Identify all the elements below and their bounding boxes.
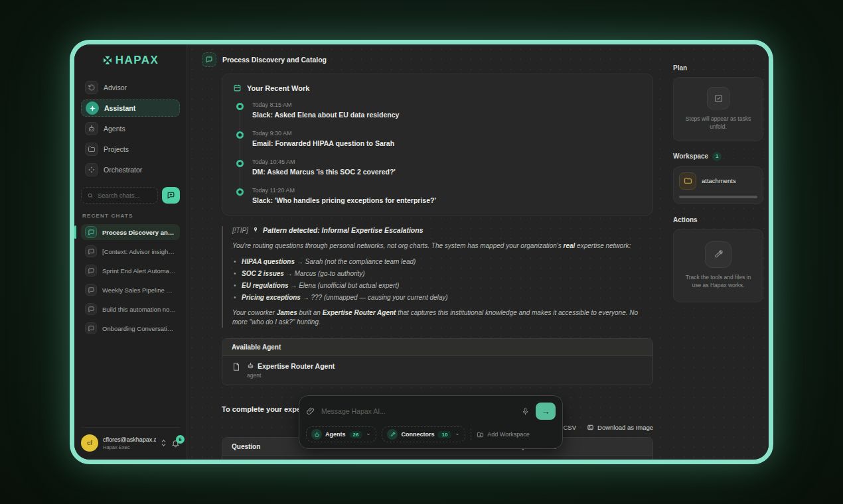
paperclip-icon[interactable]	[306, 407, 315, 416]
timeline-text: Slack: Asked Elena about EU data residen…	[252, 111, 642, 119]
message-input[interactable]	[321, 407, 515, 415]
divider	[471, 428, 471, 440]
chat-item[interactable]: Onboarding Conversation Summary	[81, 320, 180, 336]
chat-item-label: Weekly Sales Pipeline Analysis	[102, 286, 176, 294]
notifications-button[interactable]: 6	[171, 439, 180, 448]
timeline-item: Today 9:30 AM Email: Forwarded HIPAA que…	[236, 130, 642, 147]
timeline-time: Today 9:30 AM	[252, 130, 642, 137]
actions-section-title: Actions	[673, 216, 763, 223]
chat-bubble-icon	[202, 52, 216, 67]
chat-item-label: Build this automation now. Analyz...	[102, 306, 176, 313]
folder-icon	[679, 172, 696, 190]
search-input[interactable]: Search chats...	[81, 187, 158, 204]
send-button[interactable]: →	[536, 403, 556, 420]
notification-badge: 6	[176, 435, 185, 444]
tip-bullet: SOC 2 issues → Marcus (go-to authority)	[232, 270, 653, 277]
chat-item[interactable]: Sprint End Alert Automation	[81, 263, 180, 279]
workspace-card: attachments	[673, 166, 763, 204]
sidebar-item-label: Orchestrator	[104, 166, 142, 174]
table-cell: 2-3 sales reps	[429, 456, 502, 465]
message-composer: → Agents 26 Connectors 10 A	[299, 395, 563, 449]
image-icon	[587, 424, 594, 431]
document-icon	[232, 362, 241, 371]
sidebar-item-projects[interactable]: Projects	[81, 141, 180, 158]
chevron-down-icon	[455, 432, 460, 437]
actions-empty-text: Track the tools and files in use as Hapa…	[680, 274, 756, 290]
tip-bullet: Pricing exceptions → ??? (unmapped — cau…	[232, 294, 653, 301]
chat-item-label: Process Discovery and Catalog	[102, 229, 176, 236]
chat-item[interactable]: Process Discovery and Catalog	[81, 224, 180, 240]
plan-empty-text: Steps will appear as tasks unfold.	[680, 115, 756, 131]
tip-label: [!TIP]	[232, 227, 248, 234]
user-role: Hapax Exec	[103, 444, 156, 450]
bot-icon	[311, 429, 322, 440]
chat-item[interactable]: Build this automation now. Analyz...	[81, 301, 180, 317]
timeline-dot	[236, 188, 244, 196]
add-workspace-button[interactable]: Add Workspace	[477, 431, 529, 438]
workspace-item-attachments[interactable]: attachments	[679, 172, 757, 190]
agent-type: agent	[247, 372, 335, 379]
chat-bubble-icon	[85, 322, 97, 334]
sidebar-item-advisor[interactable]: Advisor	[81, 79, 180, 96]
agents-dropdown[interactable]: Agents 26	[306, 426, 376, 442]
user-account[interactable]: cf cflores@askhapax.ai Hapax Exec 6	[81, 427, 180, 452]
sidebar-item-orchestrator[interactable]: Orchestrator	[81, 161, 180, 178]
microphone-icon[interactable]	[521, 407, 530, 416]
timeline-item: Today 10:45 AM DM: Asked Marcus 'is this…	[236, 158, 642, 176]
chat-item-label: Sprint End Alert Automation	[102, 267, 176, 275]
chevron-updown-icon[interactable]	[161, 439, 167, 447]
actions-card: Track the tools and files in use as Hapa…	[673, 229, 763, 302]
search-icon	[87, 192, 94, 199]
chat-bubble-icon	[85, 303, 97, 315]
timeline-dot	[236, 160, 244, 167]
main-content: Process Discovery and Catalog Your Recen…	[187, 44, 669, 460]
hapax-logo-icon	[102, 55, 113, 66]
timeline-time: Today 8:15 AM	[252, 101, 642, 108]
timeline-item: Today 8:15 AM Slack: Asked Elena about E…	[236, 101, 642, 119]
chat-item[interactable]: [Context: Advisor insight titled "B...	[81, 243, 180, 259]
table-cell: Captures real authority vs. formal appro…	[502, 456, 652, 465]
tip-callout: [!TIP] Pattern detected: Informal Expert…	[222, 226, 653, 328]
recent-work-title: Your Recent Work	[247, 84, 309, 92]
table-row: "Who do you actually go to for pricing e…	[222, 456, 652, 465]
wrench-icon	[387, 429, 398, 440]
plan-card: Steps will appear as tasks unfold.	[673, 77, 763, 141]
folder-icon	[85, 143, 98, 156]
tip-bullet-list: HIPAA questions → Sarah (not the complia…	[232, 258, 653, 301]
workspace-count-badge: 1	[712, 152, 722, 161]
new-chat-button[interactable]	[162, 187, 180, 204]
search-placeholder: Search chats...	[98, 192, 139, 199]
available-agent-header: Available Agent	[222, 339, 652, 356]
folder-plus-icon	[477, 431, 484, 438]
tip-bullet: HIPAA questions → Sarah (not the complia…	[232, 258, 653, 265]
timeline-time: Today 10:45 AM	[252, 158, 642, 165]
tip-intro: You're routing questions through persona…	[232, 241, 653, 251]
sidebar: HAPAX Advisor Assistant Agents Projects …	[74, 44, 187, 460]
right-panel: Plan Steps will appear as tasks unfold. …	[669, 44, 769, 460]
chevron-down-icon	[366, 432, 371, 437]
download-image-button[interactable]: Download as Image	[587, 424, 653, 431]
sidebar-item-assistant[interactable]: Assistant	[81, 99, 180, 117]
table-cell: "Who do you actually go to for pricing e…	[222, 456, 429, 465]
tip-bullet: EU regulations → Elena (unofficial but a…	[232, 282, 653, 289]
recent-work-card: Your Recent Work Today 8:15 AM Slack: As…	[222, 74, 653, 216]
pin-icon	[252, 227, 259, 233]
robot-icon	[247, 362, 254, 369]
chat-bubble-icon	[85, 284, 97, 296]
recent-chats-label: RECENT CHATS	[82, 213, 180, 219]
sidebar-item-label: Advisor	[104, 84, 127, 92]
timeline-text: Slack: 'Who handles pricing exceptions f…	[252, 196, 642, 204]
chat-bubble-icon	[85, 265, 97, 277]
horizontal-scrollbar[interactable]	[679, 196, 757, 198]
available-agent-block: Available Agent Expertise Router Agent a…	[222, 338, 653, 385]
bot-icon	[85, 122, 98, 135]
chat-item[interactable]: Weekly Sales Pipeline Analysis	[81, 282, 180, 298]
connectors-dropdown[interactable]: Connectors 10	[382, 426, 465, 442]
workspace-item-label: attachments	[702, 177, 736, 184]
avatar: cf	[81, 434, 98, 452]
chat-item-label: [Context: Advisor insight titled "B...	[102, 248, 176, 255]
sidebar-item-agents[interactable]: Agents	[81, 120, 180, 137]
timeline-dot	[236, 103, 244, 110]
agent-row[interactable]: Expertise Router Agent agent	[222, 356, 652, 385]
history-icon	[85, 81, 98, 94]
